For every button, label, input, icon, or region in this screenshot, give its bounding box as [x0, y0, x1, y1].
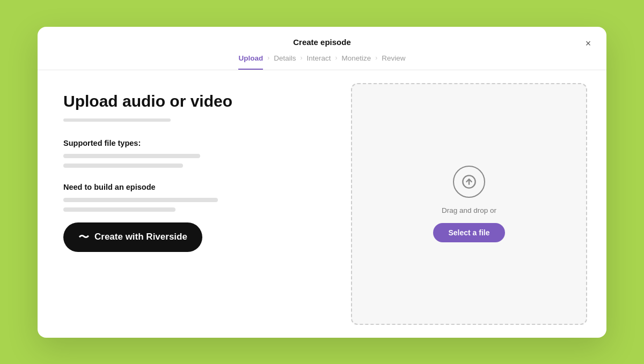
modal-body: Upload audio or video Supported file typ…	[38, 70, 606, 338]
drag-drop-text: Drag and drop or	[442, 206, 496, 214]
right-panel: Drag and drop or Select a file	[338, 70, 606, 338]
close-button[interactable]: ×	[581, 36, 596, 51]
title-underline	[63, 118, 171, 122]
separator-4: ›	[375, 54, 377, 62]
step-monetize-label: Monetize	[342, 54, 371, 62]
step-monetize[interactable]: Monetize	[342, 54, 371, 62]
left-panel: Upload audio or video Supported file typ…	[38, 70, 338, 338]
separator-1: ›	[267, 54, 269, 62]
placeholder-line-4	[63, 207, 175, 212]
modal-header: Create episode × Upload › Details › Inte…	[38, 27, 606, 70]
upload-dropzone[interactable]: Drag and drop or Select a file	[351, 83, 587, 325]
step-details-label: Details	[274, 54, 296, 62]
create-episode-modal: Create episode × Upload › Details › Inte…	[38, 27, 606, 338]
select-file-button[interactable]: Select a file	[433, 223, 504, 242]
placeholder-line-2	[63, 164, 183, 168]
step-interact-label: Interact	[306, 54, 331, 62]
stepper: Upload › Details › Interact › Monetize ›…	[50, 54, 594, 70]
close-icon: ×	[586, 38, 591, 49]
step-upload[interactable]: Upload	[238, 54, 263, 70]
need-label: Need to build an episode	[63, 183, 312, 191]
separator-3: ›	[335, 54, 338, 62]
step-review[interactable]: Review	[382, 54, 405, 62]
step-review-label: Review	[382, 54, 405, 62]
upload-icon	[453, 166, 485, 198]
waveform-icon: 〜	[78, 230, 89, 244]
step-details[interactable]: Details	[274, 54, 296, 62]
placeholder-line-1	[63, 154, 200, 158]
step-interact[interactable]: Interact	[306, 54, 331, 62]
page-title: Upload audio or video	[63, 92, 312, 111]
create-btn-label: Create with Riverside	[94, 232, 187, 242]
placeholder-line-3	[63, 198, 218, 202]
modal-title: Create episode	[50, 38, 594, 47]
supported-label: Supported file types:	[63, 139, 312, 147]
step-upload-label: Upload	[238, 54, 263, 62]
create-with-riverside-button[interactable]: 〜 Create with Riverside	[63, 222, 202, 252]
separator-2: ›	[300, 54, 302, 62]
